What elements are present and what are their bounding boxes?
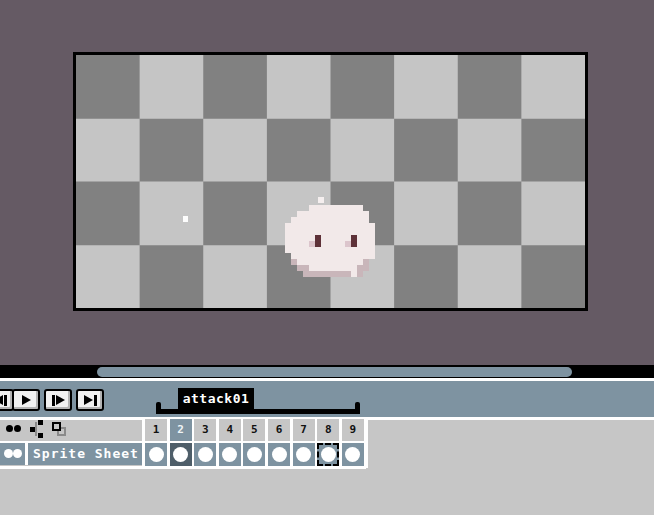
step-forward-button[interactable] (44, 389, 72, 411)
tag-range-bracket (156, 409, 360, 414)
filled-cel-icon (247, 447, 262, 462)
frame-header-7[interactable]: 7 (293, 419, 315, 441)
horizontal-scrollbar-thumb[interactable] (97, 367, 572, 377)
layer-name[interactable]: Sprite Sheet (28, 443, 142, 465)
layer-structure-icon[interactable] (38, 433, 43, 438)
triangle-right-bar-icon (94, 395, 97, 406)
layer-structure-icon[interactable] (30, 427, 35, 432)
animation-tag-label[interactable]: attack01 (178, 388, 254, 409)
frame-header-5[interactable]: 5 (243, 419, 265, 441)
frame-header-6[interactable]: 6 (268, 419, 290, 441)
filled-cel-icon (296, 447, 311, 462)
tag-bracket-right-end (355, 402, 360, 414)
filled-cel-icon (272, 447, 287, 462)
bar-triangle-right-icon (56, 395, 65, 405)
filled-cel-icon (173, 447, 188, 462)
play-icon (22, 395, 31, 405)
onion-skin-dots-icon[interactable] (14, 425, 21, 432)
filled-cel-icon (198, 447, 213, 462)
horizontal-scrollbar-track[interactable] (0, 365, 654, 378)
sprite-canvas[interactable] (73, 52, 588, 311)
layer-structure-icon[interactable] (35, 422, 37, 436)
cel-frame-4[interactable] (219, 443, 241, 466)
cel-frame-5[interactable] (243, 443, 265, 466)
frame-header-9[interactable]: 9 (342, 419, 364, 441)
cel-frame-8[interactable] (317, 443, 339, 466)
frame-header-1[interactable]: 1 (145, 419, 167, 441)
layer-visible-icon[interactable] (4, 449, 13, 458)
layer-lock-icon[interactable] (13, 449, 22, 458)
layer-structure-icon[interactable] (38, 420, 43, 425)
cel-frame-3[interactable] (194, 443, 216, 466)
play-button[interactable] (12, 389, 40, 411)
cel-frame-7[interactable] (293, 443, 315, 466)
frame-header-2[interactable]: 2 (170, 419, 192, 441)
duplicate-frames-icon[interactable] (52, 422, 61, 431)
frame-header-4[interactable]: 4 (219, 419, 241, 441)
onion-skin-dots-icon[interactable] (6, 425, 13, 432)
filled-cel-icon (321, 447, 336, 462)
filled-cel-icon (222, 447, 237, 462)
cel-frame-1[interactable] (145, 443, 167, 466)
triangle-left-bar-icon (0, 395, 3, 405)
triangle-left-bar-icon (4, 395, 7, 406)
cel-frame-9[interactable] (342, 443, 364, 466)
filled-cel-icon (345, 447, 360, 462)
go-last-frame-button[interactable] (76, 389, 104, 411)
bar-triangle-right-icon (52, 395, 55, 406)
cel-frame-6[interactable] (268, 443, 290, 466)
cel-frame-2[interactable] (170, 443, 192, 466)
tag-bracket-left-end (156, 402, 161, 414)
triangle-right-bar-icon (84, 395, 93, 405)
frame-header-8[interactable]: 8 (317, 419, 339, 441)
filled-cel-icon (149, 447, 164, 462)
row-divider (0, 466, 366, 469)
frame-header-3[interactable]: 3 (194, 419, 216, 441)
layer-visibility-cell[interactable] (0, 443, 25, 465)
